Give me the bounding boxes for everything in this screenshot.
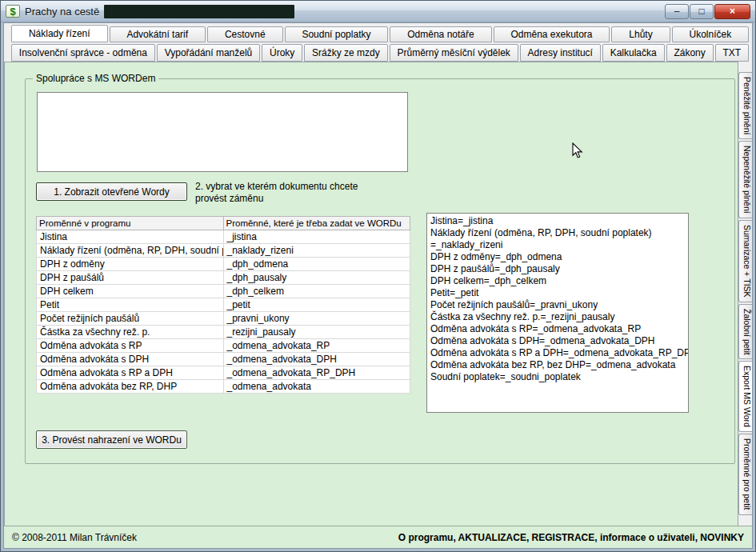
table-header-cell[interactable]: Proměnné, které je třeba zadat ve WORDu (223, 217, 410, 230)
table-row[interactable]: Odměna advokáta bez RP, DHP_odmena_advok… (37, 380, 410, 394)
table-row[interactable]: DPH z paušálů_dph_pausaly (37, 271, 410, 285)
table-row[interactable]: Odměna advokáta s RP_odmena_advokata_RP (37, 339, 410, 353)
mapping-line: Jistina=_jistina (430, 215, 685, 227)
table-cell: Odměna advokáta s RP (37, 339, 224, 353)
mapping-line: DPH z paušálů=_dph_pausaly (430, 263, 685, 275)
top-tab[interactable]: Odměna exekutora (494, 26, 610, 42)
mapping-line: Odměna advokáta s RP=_odmena_advokata_RP (430, 323, 685, 335)
top-tab[interactable]: TXT (715, 44, 749, 62)
mapping-line: Soudní poplatek=_soudni_poplatek (430, 371, 685, 383)
dollar-icon: $ (10, 6, 15, 17)
table-row[interactable]: Odměna advokáta s DPH_odmena_advokata_DP… (37, 353, 410, 366)
table-cell: _pravni_ukony (223, 312, 410, 326)
mapping-line: DPH z odměny=_dph_odmena (430, 251, 685, 263)
table-cell: _odmena_advokata_RP_DPH (223, 366, 410, 380)
table-cell: _rezijni_pausaly (223, 326, 410, 339)
mapping-line: Částka za všechny rež. p.=_rezijni_pausa… (430, 311, 685, 323)
mapping-line: DPH celkem=_dph_celkem (430, 275, 685, 287)
table-row[interactable]: DPH celkem_dph_celkem (37, 285, 410, 298)
side-tab[interactable]: Proměnné pro petit (738, 434, 752, 514)
top-tab[interactable]: Náklady řízení (11, 25, 108, 42)
statusbar: © 2008-2011 Milan Trávníček O programu, … (4, 526, 752, 548)
top-tab[interactable]: Cestovné (207, 26, 283, 42)
table-row[interactable]: DPH z odměny_dph_odmena (37, 258, 410, 271)
table-cell: Odměna advokáta bez RP, DHP (37, 380, 224, 394)
top-tab[interactable]: Advokátní tarif (110, 26, 206, 42)
table-cell: Počet režijních paušálů (37, 312, 224, 326)
title-redacted-badge (104, 5, 294, 18)
table-cell: _odmena_advokata_DPH (223, 353, 410, 366)
app-icon: $ (6, 5, 20, 18)
table-cell: Jistina (37, 230, 224, 244)
copyright-text: © 2008-2011 Milan Trávníček (12, 532, 137, 543)
table-header-cell[interactable]: Proměnné v programu (37, 217, 224, 230)
top-tab[interactable]: Úroky (262, 44, 302, 62)
table-row[interactable]: Počet režijních paušálů_pravni_ukony (37, 312, 410, 326)
mapping-line: Náklady řízení (odměna, RP, DPH, soudní … (430, 227, 685, 239)
table-cell: Odměna advokáta s RP a DPH (37, 366, 224, 380)
side-tab[interactable]: Export MS Word (738, 361, 752, 432)
mapping-panel[interactable]: Jistina=_jistinaNáklady řízení (odměna, … (426, 213, 689, 413)
show-open-words-button[interactable]: 1. Zobrazit otevřené Wordy (36, 182, 187, 201)
table-cell: DPH z paušálů (37, 271, 224, 285)
table-cell: _naklady_rizeni (223, 244, 410, 258)
top-tabs-row-1: Náklady řízeníAdvokátní tarifCestovnéSou… (11, 25, 750, 42)
mapping-line: =_naklady_rizeni (430, 239, 685, 251)
table-row[interactable]: Jistina_jistina (37, 230, 410, 244)
table-cell: DPH z odměny (37, 258, 224, 271)
main-panel: Spolupráce s MS WORDem 1. Zobrazit otevř… (4, 62, 738, 526)
table-row[interactable]: Náklady řízení (odměna, RP, DPH, soudní … (37, 244, 410, 258)
table-row[interactable]: Odměna advokáta s RP a DPH_odmena_advoka… (37, 366, 410, 380)
top-tabstrip: Náklady řízeníAdvokátní tarifCestovnéSou… (4, 23, 752, 62)
top-tab[interactable]: Zákony (666, 44, 714, 62)
top-tab[interactable]: Kalkulačka (602, 44, 665, 62)
about-links[interactable]: O programu, AKTUALIZACE, REGISTRACE, inf… (398, 532, 744, 543)
app-window: $ Prachy na cestě – □ × Náklady řízeníAd… (0, 0, 756, 552)
table-cell: DPH celkem (37, 285, 224, 298)
mapping-line: Odměna advokáta s RP a DPH=_odmena_advok… (430, 347, 685, 359)
window-inner: Náklady řízeníAdvokátní tarifCestovnéSou… (3, 22, 753, 549)
table-cell: Náklady řízení (odměna, RP, DPH, soudní … (37, 244, 224, 258)
window-title: Prachy na cestě (25, 6, 99, 18)
top-tab[interactable]: Úkolníček (672, 26, 749, 42)
top-tab[interactable]: Vypořádání manželů (157, 44, 260, 62)
top-tab[interactable]: Srážky ze mzdy (304, 44, 387, 62)
maximize-icon: □ (698, 6, 704, 16)
top-tab[interactable]: Adresy institucí (520, 44, 601, 62)
side-tab[interactable]: Nepeněžité plnění (738, 141, 752, 218)
table-cell: _dph_pausaly (223, 271, 410, 285)
content-area: Spolupráce s MS WORDem 1. Zobrazit otevř… (4, 62, 752, 526)
variables-table: Proměnné v programuProměnné, které je tř… (36, 216, 410, 394)
table-cell: Částka za všechny rež. p. (37, 326, 224, 339)
close-button[interactable]: × (714, 4, 750, 19)
mapping-line: Odměna advokáta bez RP, bez DHP=_odmena_… (430, 359, 685, 371)
table-cell: _petit (223, 298, 410, 312)
top-tabs-row-2: Insolvenční správce - odměnaVypořádání m… (11, 42, 750, 62)
window-controls: – □ × (665, 4, 750, 19)
table-row[interactable]: Částka za všechny rež. p._rezijni_pausal… (37, 326, 410, 339)
open-words-listbox[interactable] (37, 92, 408, 172)
top-tab[interactable]: Soudní poplatky (285, 26, 389, 42)
top-tab[interactable]: Lhůty (611, 26, 670, 42)
close-icon: × (730, 6, 735, 16)
table-row[interactable]: Petit_petit (37, 298, 410, 312)
table-header-row: Proměnné v programuProměnné, které je tř… (37, 217, 410, 230)
maximize-button[interactable]: □ (690, 4, 714, 19)
top-tab[interactable]: Odměna notáře (390, 26, 491, 42)
top-tab[interactable]: Průměrný měsíční výdělek (390, 44, 518, 62)
mapping-line: Odměna advokáta s DPH=_odmena_advokata_D… (430, 335, 685, 347)
table-cell: _dph_odmena (223, 258, 410, 271)
table-cell: _odmena_advokata_RP (223, 339, 410, 353)
mapping-line: Petit=_petit (430, 287, 685, 299)
groupbox-title: Spolupráce s MS WORDem (33, 73, 158, 84)
side-tab[interactable]: Sumarizace + TISK (738, 220, 752, 302)
minimize-button[interactable]: – (665, 4, 689, 19)
top-tab[interactable]: Insolvenční správce - odměna (11, 44, 155, 62)
titlebar[interactable]: $ Prachy na cestě – □ × (1, 1, 755, 22)
side-tab[interactable]: Žalobní petit (738, 304, 752, 360)
side-tabstrip: Peněžité plněníNepeněžité plněníSumariza… (738, 62, 752, 526)
replace-in-word-button[interactable]: 3. Provést nahrazení ve WORDu (36, 430, 187, 449)
table-cell: _odmena_advokata (223, 380, 410, 394)
side-tab[interactable]: Peněžité plnění (738, 72, 752, 139)
table-cell: _dph_celkem (223, 285, 410, 298)
